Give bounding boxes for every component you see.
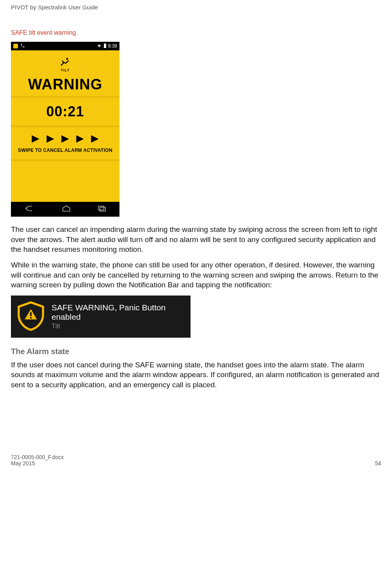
footer-date: May 2015 <box>11 460 64 466</box>
warning-screen: TILT WARNING 00:21 SWIPE TO CANCEL ALARM… <box>11 50 119 202</box>
home-icon[interactable] <box>62 205 71 214</box>
svg-rect-10 <box>30 312 32 316</box>
phone-screenshot: 9:39 TILT WARNING 00:21 <box>11 42 119 217</box>
svg-rect-9 <box>100 207 105 211</box>
svg-rect-11 <box>30 317 32 319</box>
warning-heading: WARNING <box>28 76 103 93</box>
android-nav-bar <box>11 202 119 217</box>
tilt-label: TILT <box>61 68 69 72</box>
footer-doc-file: 721-0005-000_F.docx <box>11 454 64 460</box>
wifi-icon <box>96 43 102 49</box>
svg-point-2 <box>66 58 68 60</box>
body-paragraph: The user can cancel an impending alarm d… <box>11 224 381 255</box>
figure-caption: SAFE tilt event warning <box>11 29 381 36</box>
svg-marker-4 <box>46 135 54 142</box>
swipe-arrows[interactable] <box>30 127 100 148</box>
notification-screenshot: SAFE WARNING, Panic Button enabled Tilt <box>11 296 191 338</box>
tilt-icon <box>60 57 70 68</box>
section-heading-alarm-state: The Alarm state <box>11 347 381 356</box>
android-status-bar: 9:39 <box>11 42 119 50</box>
section-divider <box>11 159 119 161</box>
svg-marker-7 <box>91 135 98 142</box>
notification-icon <box>13 44 18 48</box>
footer-page-number: 54 <box>375 460 381 466</box>
svg-marker-5 <box>61 135 69 142</box>
svg-rect-1 <box>104 43 105 44</box>
call-icon <box>20 43 25 49</box>
countdown-timer: 00:21 <box>46 98 84 125</box>
body-paragraph: If the user does not cancel during the S… <box>11 360 381 390</box>
page-footer: 721-0005-000_F.docx May 2015 54 <box>0 403 392 469</box>
recent-icon[interactable] <box>98 205 106 213</box>
back-icon[interactable] <box>24 205 35 214</box>
svg-marker-6 <box>76 135 84 142</box>
notification-subtitle: Tilt <box>52 322 186 330</box>
svg-rect-0 <box>104 44 106 48</box>
body-paragraph: While in the warning state, the phone ca… <box>11 260 381 290</box>
svg-rect-8 <box>98 206 104 210</box>
status-time: 9:39 <box>108 43 117 49</box>
document-header: PIVOT by Spectralink User Guide <box>11 4 381 11</box>
battery-icon <box>103 43 107 49</box>
notification-title: SAFE WARNING, Panic Button enabled <box>52 303 186 322</box>
svg-marker-3 <box>32 135 39 142</box>
shield-warning-icon <box>16 301 46 333</box>
swipe-instruction: SWIPE TO CANCEL ALARM ACTIVATION <box>18 148 112 153</box>
